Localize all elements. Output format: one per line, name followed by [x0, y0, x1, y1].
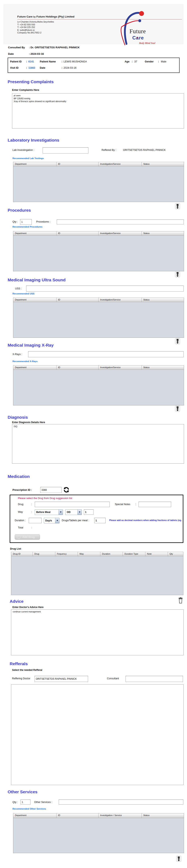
table-header-row: Department ID Investigation/Service Stat… — [13, 162, 184, 166]
colon: : — [132, 60, 133, 63]
referred-by-value: ORITSETSETOS RAPHAEL PINNICK — [123, 149, 166, 151]
uss-table: Department ID Investigation/Service Stat… — [13, 298, 184, 338]
meal-time-select[interactable]: Before Meal — [35, 509, 63, 515]
recommended-xrays-link[interactable]: Recommended X-Rays — [12, 360, 38, 363]
column-status: Status — [142, 813, 184, 818]
column-duration: Duration — [100, 552, 123, 556]
delete-lab-button[interactable] — [175, 203, 180, 210]
column-investigation: Investigation/Service — [99, 298, 142, 302]
advice-heading: Advice — [10, 599, 24, 604]
diagnosis-textarea[interactable]: ISQ — [12, 424, 184, 464]
column-id: ID — [57, 162, 99, 166]
company-title-part2: Future Holdings (Pty) Limited — [36, 15, 74, 18]
meal-time-value: Before Meal — [35, 511, 50, 514]
way-qty-input[interactable] — [84, 509, 94, 515]
colon: : — [26, 60, 27, 63]
prescription-id-input[interactable] — [40, 487, 62, 493]
recommended-other-services-link[interactable]: Recommended Other Services — [12, 808, 46, 810]
age-label: Age — [125, 60, 129, 63]
referrals-sublabel: Select the needed Refferal — [12, 669, 42, 672]
other-services-input[interactable] — [59, 800, 183, 805]
column-department: Department — [13, 366, 57, 370]
consulted-by-value: Dr. ORITSETSETOS RAPHAEL PINNICK — [31, 46, 80, 49]
colon: : — [31, 503, 32, 506]
delete-procedures-button[interactable] — [175, 271, 180, 278]
company-logo: Future Care ♥ Body Mind Soul — [119, 3, 161, 45]
consulted-by-row: Consulted By : Dr. ORITSETSETOS RAPHAEL … — [8, 46, 80, 49]
decimal-hint: Please add as decimal numbers when addin… — [109, 519, 182, 521]
table-header-row: Department ID Investigation / Service St… — [13, 813, 184, 818]
special-notes-input[interactable] — [139, 502, 171, 507]
per-meal-input[interactable] — [94, 518, 106, 523]
colon: : — [29, 52, 30, 55]
complaints-textarea[interactable]: pt seen BP 135/83 mmHg Xray of thoracic … — [12, 93, 184, 128]
chevron-down-icon — [55, 518, 59, 523]
duration-label: Duration : — [15, 519, 26, 522]
duration-type-value: Day/s — [44, 519, 52, 522]
column-note: Note — [145, 552, 168, 556]
visit-date-label: Date — [40, 66, 45, 69]
recommended-lab-testings-link[interactable]: Recommended Lab Testings — [12, 157, 44, 159]
chevron-down-icon — [77, 509, 82, 515]
procedures-input[interactable] — [57, 219, 184, 224]
uss-input[interactable] — [26, 286, 184, 291]
delete-advice-button[interactable] — [178, 597, 183, 604]
special-notes-label: Special Notes — [115, 503, 130, 506]
duration-input[interactable] — [29, 518, 42, 523]
xrays-input[interactable] — [28, 351, 184, 357]
presenting-complaints-heading: Presenting Complaints — [8, 79, 54, 84]
drug-input[interactable] — [35, 502, 110, 507]
lab-investigation-input[interactable] — [43, 148, 88, 153]
table-body-empty — [13, 818, 184, 853]
trash-icon — [175, 405, 180, 412]
table-body-empty — [11, 556, 183, 595]
table-header-row: Department ID Investigation/Service Stat… — [13, 366, 184, 370]
xray-table: Department ID Investigation/Service Stat… — [13, 365, 184, 405]
drug-label: Drug — [18, 503, 23, 506]
referring-doctor-input[interactable] — [35, 676, 88, 682]
refresh-icon — [63, 487, 70, 493]
table-body-empty — [13, 166, 184, 202]
drug-list-table: Drug ID Drug Fequency Way Duration Durat… — [11, 552, 183, 595]
logo-word-care: Care ♥ — [132, 35, 144, 41]
table-body-empty — [13, 236, 184, 271]
column-department: Department — [13, 813, 57, 818]
consultant-input[interactable] — [125, 676, 183, 682]
ultrasound-heading: Medical Imaging Ultra Sound — [8, 278, 66, 282]
other-services-qty-input[interactable] — [21, 800, 31, 805]
medication-heading: Medication — [8, 474, 30, 479]
procedures-qty-label: Qty : — [12, 220, 18, 223]
gender-value: Male — [161, 60, 166, 63]
delete-uss-button[interactable] — [175, 338, 180, 345]
colon: : — [31, 510, 32, 513]
column-investigation: Investigation / Service — [99, 813, 142, 818]
recommended-procedures-link[interactable]: Recommended Procedures — [12, 225, 42, 228]
column-id: ID — [57, 231, 99, 236]
column-qty: Qty — [168, 552, 183, 556]
advice-textarea[interactable]: continue current management — [11, 610, 184, 655]
frequency-select[interactable]: OD — [65, 509, 82, 515]
recommended-uss-link[interactable]: Recommended USS — [12, 292, 34, 295]
refresh-prescription-button[interactable] — [63, 487, 70, 494]
trash-outline-icon — [178, 597, 183, 604]
procedures-table: Department ID Investigation/Service Stat… — [13, 231, 184, 271]
table-header-row: Drug ID Drug Fequency Way Duration Durat… — [11, 552, 183, 556]
add-drug-label: Add Drug — [22, 535, 35, 538]
xrays-label: X-Rays : — [12, 353, 22, 356]
colon: : — [158, 60, 159, 63]
column-frequency: Fequency — [55, 552, 78, 556]
delete-xray-button[interactable] — [175, 405, 180, 413]
procedures-qty-input[interactable] — [20, 219, 32, 225]
table-body-empty — [13, 370, 184, 405]
referral-list-box[interactable] — [11, 684, 184, 785]
drug-entry-panel: Please select the Drug from Drug suggess… — [10, 495, 183, 543]
delete-other-services-button[interactable] — [176, 856, 181, 863]
procedures-heading: Procedures — [8, 208, 31, 213]
column-way: Way — [78, 552, 100, 556]
add-drug-button[interactable]: + Add Drug — [15, 534, 40, 540]
column-status: Status — [142, 366, 184, 370]
colon: : — [62, 60, 62, 63]
table-body-empty — [13, 302, 184, 338]
duration-type-select[interactable]: Day/s — [44, 518, 60, 523]
column-department: Department — [13, 298, 57, 302]
